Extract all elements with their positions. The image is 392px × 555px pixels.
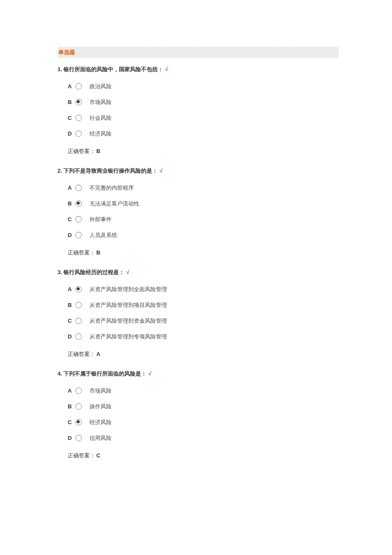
options-group: A政治风险B市场风险C社会风险D经济风险 [58,78,339,142]
option-letter: A [68,185,75,191]
option-radio[interactable] [75,232,82,238]
option-row: A从资产风险管理到全面风险管理 [68,281,339,297]
page-container: 单选题 1. 银行所面临的风险中，国家风险不包括：√A政治风险B市场风险C社会风… [0,0,392,489]
checkmark-icon: √ [159,168,162,174]
option-radio[interactable] [75,115,82,121]
question-title: 3. 银行风险经历的过程是：√ [58,269,339,276]
option-text: 信用风险 [89,435,112,441]
question-block: 2. 下列不是导致商业银行操作风险的是：√A不完善的内部程序B无法满足客户流动性… [58,167,339,266]
answer-label: 正确答案： [68,148,95,154]
question-number: 3. [58,269,62,275]
question-stem: 银行所面临的风险中，国家风险不包括： [63,66,163,72]
option-text: 无法满足客户流动性 [89,201,139,206]
option-row: B操作风险 [68,399,339,414]
option-text: 经济风险 [89,131,112,136]
option-letter: A [68,286,75,292]
option-letter: B [68,403,75,410]
option-letter: C [68,318,75,324]
option-text: 从资产风险管理到全面风险管理 [89,286,167,292]
option-radio[interactable] [75,216,82,223]
option-letter: B [68,302,75,308]
option-letter: B [68,200,75,207]
option-row: A政治风险 [68,78,339,94]
option-text: 经济风险 [89,419,112,425]
option-letter: C [68,216,75,223]
checkmark-icon: √ [126,269,129,275]
option-letter: A [68,387,75,394]
answer-row: 正确答案：A [58,344,339,367]
questions-list: 1. 银行所面临的风险中，国家风险不包括：√A政治风险B市场风险C社会风险D经济… [58,66,339,469]
options-group: A从资产风险管理到全面风险管理B从资产风险管理到项目风险管理C从资产风险管理到资… [58,281,339,344]
option-radio[interactable] [75,185,82,191]
question-number: 1. [58,66,62,72]
question-block: 1. 银行所面临的风险中，国家风险不包括：√A政治风险B市场风险C社会风险D经济… [58,66,339,165]
option-radio[interactable] [75,286,82,292]
option-letter: B [68,99,75,105]
options-group: A市场风险B操作风险C经济风险D信用风险 [58,383,339,446]
option-radio[interactable] [75,302,82,308]
checkmark-icon: √ [165,66,168,72]
option-text: 市场风险 [89,99,112,105]
option-text: 外部事件 [89,217,112,222]
question-number: 4. [58,370,62,377]
answer-label: 正确答案： [68,249,95,256]
option-row: C社会风险 [68,110,339,126]
question-stem: 银行风险经历的过程是： [63,269,124,275]
question-block: 4. 下列不属于银行所面临的风险是：√A市场风险B操作风险C经济风险D信用风险正… [58,370,339,469]
option-radio[interactable] [75,318,82,324]
option-row: B从资产风险管理到项目风险管理 [68,297,339,313]
option-radio[interactable] [75,435,82,441]
answer-value: B [96,249,100,256]
question-stem: 下列不属于银行所面临的风险是： [63,370,147,377]
option-text: 操作风险 [89,404,112,409]
answer-row: 正确答案：B [58,142,339,165]
answer-value: B [96,148,100,154]
checkmark-icon: √ [148,370,151,377]
option-radio[interactable] [75,387,82,394]
option-letter: D [68,232,75,238]
option-radio[interactable] [75,333,82,340]
option-text: 不完善的内部程序 [89,185,134,191]
option-row: A不完善的内部程序 [68,180,339,196]
option-row: D经济风险 [68,126,339,142]
option-row: D信用风险 [68,430,339,446]
section-header: 单选题 [58,47,339,58]
option-radio[interactable] [75,130,82,137]
answer-label: 正确答案： [68,452,95,459]
option-radio[interactable] [75,200,82,207]
option-radio[interactable] [75,83,82,90]
option-letter: D [68,435,75,441]
options-group: A不完善的内部程序B无法满足客户流动性C外部事件D人员及系统 [58,180,339,243]
option-row: C从资产风险管理到资金风险管理 [68,313,339,329]
option-row: C经济风险 [68,414,339,430]
question-block: 3. 银行风险经历的过程是：√A从资产风险管理到全面风险管理B从资产风险管理到项… [58,269,339,367]
option-row: B市场风险 [68,94,339,110]
question-title: 4. 下列不属于银行所面临的风险是：√ [58,370,339,378]
option-letter: C [68,115,75,121]
question-title: 2. 下列不是导致商业银行操作风险的是：√ [58,167,339,175]
answer-value: A [96,351,100,357]
option-text: 社会风险 [89,115,112,121]
option-letter: C [68,419,75,425]
option-row: C外部事件 [68,211,339,227]
question-stem: 下列不是导致商业银行操作风险的是： [63,168,158,174]
option-radio[interactable] [75,99,82,105]
answer-value: C [96,452,100,459]
option-letter: D [68,333,75,340]
option-row: B无法满足客户流动性 [68,196,339,211]
option-radio[interactable] [75,419,82,425]
question-title: 1. 银行所面临的风险中，国家风险不包括：√ [58,66,339,73]
option-text: 从资产风险管理到资金风险管理 [89,318,167,324]
option-text: 政治风险 [89,84,112,89]
question-number: 2. [58,168,62,174]
option-radio[interactable] [75,403,82,410]
option-letter: A [68,83,75,90]
option-text: 市场风险 [89,388,112,393]
option-text: 从资产风险管理到项目风险管理 [89,302,167,308]
answer-label: 正确答案： [68,351,95,357]
option-row: D从资产风险管理到专项风险管理 [68,329,339,344]
option-row: A市场风险 [68,383,339,399]
option-letter: D [68,130,75,137]
answer-row: 正确答案：B [58,243,339,266]
option-text: 人员及系统 [89,232,117,238]
